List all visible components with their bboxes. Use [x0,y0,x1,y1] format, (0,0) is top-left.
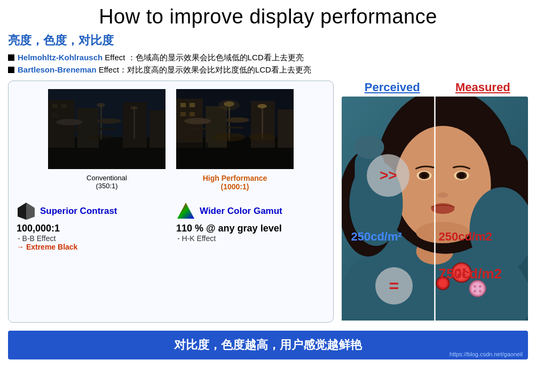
svg-point-57 [459,173,465,178]
svg-point-72 [472,283,484,294]
svg-rect-6 [52,113,58,117]
bullet-square-1 [8,54,14,61]
svg-rect-35 [187,128,208,130]
gamut-desc1: - H-K Effect [177,234,325,243]
svg-point-75 [474,290,476,293]
svg-rect-24 [180,112,186,116]
feature-gamut: Wider Color Gamut 110 % @ any gray level… [176,202,325,251]
banner-text: 对比度，色度越高，用户感觉越鲜艳 [174,338,362,351]
overlay-250cd-right: 250cd/m2 [438,230,492,244]
svg-rect-5 [61,104,67,108]
caption-highperf: High Performance (1000:1) [176,174,294,191]
images-row: Conventional (350:1) [17,89,325,191]
svg-point-31 [257,104,267,108]
subtitle: 亮度，色度，对比度 [8,33,528,49]
overlay-750cd: 750cd/m2 [438,266,502,282]
svg-marker-42 [177,203,194,219]
bb-suffix: Effect：对比度高的显示效果会比对比度低的LCD看上去更亮 [97,65,311,74]
gamut-feature-subtitle: 110 % @ any gray level [176,223,325,234]
conventional-image [48,89,165,169]
svg-rect-3 [77,108,99,148]
svg-point-17 [90,134,112,140]
left-panel: Conventional (350:1) [8,81,334,323]
svg-point-11 [97,103,105,107]
labels-row: Perceived Measured [342,81,528,94]
feature-gamut-header: Wider Color Gamut [176,202,325,221]
page-container: How to improve display performance 亮度，色度… [0,0,536,392]
gamut-feature-title: Wider Color Gamut [200,206,282,217]
contrast-desc1: - B-B Effect [18,234,165,243]
content-row: Conventional (350:1) [8,81,528,323]
overlay-arrows: >> [367,154,409,197]
bullet-list: Helmohltz-Kohlrausch Effect ：色域高的显示效果会比色… [8,53,528,75]
svg-rect-22 [180,103,186,107]
svg-point-14 [98,118,121,124]
svg-rect-36 [224,127,243,129]
svg-rect-10 [133,108,135,139]
image-block-highperf: High Performance (1000:1) [176,89,294,191]
features-row: Superior Contrast 100,000:1 - B-B Effect… [17,196,325,251]
svg-point-32 [218,100,240,110]
svg-rect-23 [190,103,195,107]
svg-rect-27 [278,109,294,148]
svg-point-34 [226,117,249,123]
bullet-text-1: Helmohltz-Kohlrausch Effect ：色域高的显示效果会比色… [18,53,304,63]
banner-url: https://blog.csdn.net/gaoneil [450,351,523,357]
contrast-feature-title: Superior Contrast [40,206,117,217]
main-title: How to improve display performance [8,5,528,28]
svg-marker-41 [26,203,35,220]
svg-rect-25 [190,112,195,116]
hk-suffix: Effect ：色域高的显示效果会比色域低的LCD看上去更亮 [103,53,303,62]
right-image-container: >> 250cd/m² 250cd/m2 750cd/m2 = [342,97,528,323]
bullet-item-2: Bartleson-Breneman Effect：对比度高的显示效果会比对比度… [8,65,528,75]
svg-point-54 [421,173,428,178]
feature-contrast-header: Superior Contrast [17,202,165,221]
contrast-feature-subtitle: 100,000:1 [17,223,165,234]
svg-point-58 [438,193,448,198]
svg-point-12 [130,106,138,109]
highperf-image [176,89,294,169]
svg-point-13 [56,119,83,125]
bb-label: Bartleson-Breneman [18,65,97,74]
svg-point-76 [479,290,482,293]
svg-rect-15 [59,129,80,131]
contrast-icon [17,202,36,221]
svg-point-38 [249,133,275,141]
woman-image [342,97,528,321]
label-perceived: Perceived [347,81,438,94]
image-block-conventional: Conventional (350:1) [48,89,165,191]
hk-label: Helmohltz-Kohlrausch [18,53,103,62]
svg-point-33 [184,118,211,124]
svg-rect-39 [176,142,208,169]
svg-rect-16 [96,128,115,130]
svg-rect-4 [52,104,58,108]
overlay-250cd-left: 250cd/m² [351,230,401,244]
bullet-item-1: Helmohltz-Kohlrausch Effect ：色域高的显示效果会比色… [8,53,528,63]
bullet-text-2: Bartleson-Breneman Effect：对比度高的显示效果会比对比度… [18,65,311,75]
svg-point-74 [479,285,482,288]
caption-conventional: Conventional (350:1) [48,174,165,190]
bullet-square-2 [8,67,14,73]
svg-point-73 [474,285,476,288]
svg-rect-21 [206,106,227,148]
gamut-icon [176,202,195,221]
right-panel: Perceived Measured [342,81,528,323]
overlay-equals: = [375,267,413,305]
label-measured: Measured [438,81,529,94]
feature-contrast: Superior Contrast 100,000:1 - B-B Effect… [17,202,165,251]
extreme-black-label: → Extreme Black [17,243,165,251]
svg-point-37 [213,133,245,141]
bottom-banner: 对比度，色度越高，用户感觉越鲜艳 https://blog.csdn.net/g… [8,331,528,359]
svg-rect-8 [149,110,165,148]
